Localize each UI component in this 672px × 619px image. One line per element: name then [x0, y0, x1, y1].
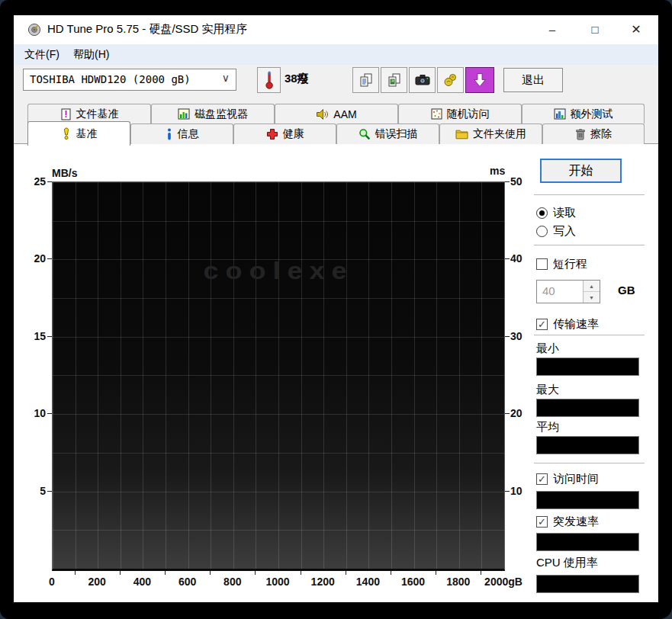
- checkbox-checked-icon: ✓: [536, 319, 548, 330]
- close-button[interactable]: ✕: [619, 15, 654, 44]
- separator: [534, 335, 645, 335]
- drive-select[interactable]: TOSHIBA HDWD120 (2000 gB) ∨: [23, 69, 236, 91]
- maximize-button[interactable]: □: [577, 15, 613, 44]
- tab-strip: ! 文件基准 磁盘监视器 AAM: [14, 98, 658, 144]
- tab-benchmark[interactable]: 基准: [27, 121, 130, 146]
- tick-label: 2000gB: [474, 576, 533, 588]
- tab-label: 错误扫描: [375, 127, 418, 141]
- temperature-button[interactable]: [257, 67, 281, 93]
- tab-info[interactable]: 信息: [130, 123, 233, 144]
- thermometer-icon: [263, 70, 275, 90]
- write-radio-label: 写入: [553, 224, 576, 239]
- tick-mark: [481, 571, 481, 575]
- read-radio[interactable]: 读取: [536, 206, 576, 220]
- folder-icon: [455, 129, 468, 140]
- tab-label: 随机访问: [447, 107, 490, 121]
- minimize-button[interactable]: –: [535, 15, 570, 44]
- checkbox-unchecked-icon: [536, 258, 548, 270]
- tab-label: AAM: [333, 108, 356, 120]
- svg-text:!: !: [64, 109, 67, 120]
- menu-bar: 文件(F) 帮助(H): [14, 44, 658, 65]
- capacity-unit-label: GB: [618, 284, 635, 297]
- avg-label: 平均: [536, 420, 559, 435]
- tick-mark: [391, 571, 391, 575]
- window-title: HD Tune Pro 5.75 - 硬盘/SSD 实用程序: [47, 22, 248, 37]
- checkbox-checked-icon: ✓: [536, 473, 548, 485]
- max-value-field: [536, 399, 639, 417]
- title-bar: HD Tune Pro 5.75 - 硬盘/SSD 实用程序 – □ ✕: [14, 15, 658, 44]
- short-stroke-checkbox[interactable]: 短行程: [536, 257, 587, 271]
- app-disk-icon: [27, 23, 41, 37]
- copy-text-button[interactable]: [352, 67, 379, 93]
- tick-mark: [165, 571, 166, 575]
- access-time-field: [536, 491, 639, 509]
- drive-select-value: TOSHIBA HDWD120 (2000 gB): [30, 73, 191, 85]
- chevron-down-icon: ∨: [222, 72, 230, 84]
- temperature-value: 38癈: [285, 72, 309, 86]
- tick-label: 10: [17, 407, 46, 419]
- tick-label: 15: [17, 330, 46, 342]
- benchmark-chart: coolexe: [52, 181, 505, 571]
- info-icon: [166, 128, 173, 140]
- radio-selected-icon: [536, 207, 548, 219]
- tab-erase[interactable]: 擦除: [542, 123, 645, 144]
- benchmark-page: MB/s ms coolexe 252015105504030201002004…: [14, 144, 658, 602]
- tab-folder-usage[interactable]: 文件夹使用: [439, 123, 542, 144]
- stepper-down-icon[interactable]: ▼: [584, 292, 600, 303]
- separator: [534, 194, 645, 195]
- tick-mark: [47, 258, 52, 259]
- disk-monitor-icon: [178, 108, 190, 120]
- tab-aam[interactable]: AAM: [275, 104, 398, 123]
- tab-label: 健康: [283, 127, 304, 141]
- burst-rate-checkbox[interactable]: ✓ 突发速率: [536, 515, 599, 529]
- tick-label: 20: [17, 252, 46, 265]
- extra-tests-icon: [554, 108, 566, 120]
- tick-mark: [505, 258, 510, 259]
- tab-disk-monitor[interactable]: 磁盘监视器: [151, 104, 275, 123]
- cpu-usage-field: [536, 575, 639, 593]
- tab-label: 文件夹使用: [473, 127, 526, 141]
- capacity-value: 40: [542, 284, 555, 297]
- screenshot-button[interactable]: [409, 67, 436, 93]
- menu-help[interactable]: 帮助(H): [67, 44, 115, 65]
- copy-text-icon: [359, 72, 374, 88]
- tick-label: 5: [17, 485, 46, 497]
- trash-icon: [575, 128, 586, 140]
- access-time-checkbox[interactable]: ✓ 访问时间: [536, 472, 599, 486]
- tab-health[interactable]: 健康: [233, 123, 336, 144]
- magnifier-icon: [359, 128, 371, 140]
- tab-extra-tests[interactable]: 额外测试: [522, 104, 645, 123]
- transfer-rate-checkbox[interactable]: ✓ 传输速率: [536, 317, 599, 332]
- tick-mark: [120, 571, 121, 575]
- tab-label: 磁盘监视器: [195, 107, 248, 121]
- tick-mark: [505, 491, 510, 492]
- save-results-button[interactable]: [465, 67, 494, 93]
- tick-mark: [505, 413, 510, 414]
- speaker-icon: [316, 108, 329, 120]
- tab-label: 额外测试: [571, 107, 613, 121]
- menu-file[interactable]: 文件(F): [18, 44, 66, 65]
- camera-icon: [414, 72, 431, 88]
- stepper-up-icon[interactable]: ▲: [584, 281, 600, 292]
- write-radio[interactable]: 写入: [536, 224, 576, 239]
- tab-label: 基准: [76, 127, 98, 141]
- tick-mark: [75, 571, 76, 575]
- tick-mark: [505, 336, 510, 337]
- gold-coins-icon: [442, 72, 459, 88]
- cpu-usage-label: CPU 使用率: [536, 556, 598, 570]
- tick-label: 10: [510, 485, 522, 497]
- exit-button[interactable]: 退出: [503, 68, 563, 92]
- tick-label: 25: [17, 175, 46, 188]
- tab-error-scan[interactable]: 错误扫描: [336, 123, 439, 144]
- capacity-stepper[interactable]: 40 ▲ ▼: [536, 280, 600, 303]
- tick-mark: [47, 181, 52, 182]
- copy-image-button[interactable]: [381, 67, 407, 93]
- tick-mark: [436, 571, 436, 575]
- donate-button[interactable]: [437, 67, 464, 93]
- start-button[interactable]: 开始: [540, 159, 622, 183]
- random-access-icon: [431, 108, 442, 120]
- tab-random-access[interactable]: 随机访问: [398, 104, 522, 123]
- app-window: HD Tune Pro 5.75 - 硬盘/SSD 实用程序 – □ ✕ 文件(…: [14, 15, 658, 602]
- tab-label: 擦除: [590, 127, 612, 141]
- benchmark-icon: [61, 127, 72, 140]
